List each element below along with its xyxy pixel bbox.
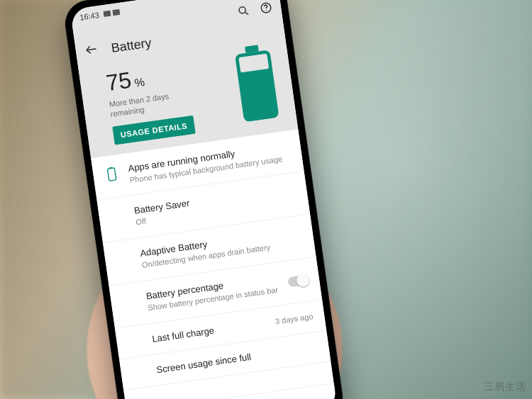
svg-line-1 [245,12,248,15]
nav-recent-icon[interactable] [280,396,293,399]
row-title: Last full charge [151,318,266,344]
status-chip-icon [103,11,111,17]
battery-outline-icon [104,166,120,182]
battery-percent-symbol: % [133,76,145,90]
battery-percent-value: 75 [104,67,133,97]
back-icon[interactable] [84,42,100,61]
watermark: 三易生活 [484,381,526,393]
svg-rect-9 [107,167,116,180]
status-chip-icon [112,9,120,16]
battery-icon [230,43,284,125]
row-trailing: 3 days ago [275,313,314,326]
svg-point-0 [239,6,246,13]
help-icon[interactable] [259,1,274,18]
phone-screen: 16:43 [70,0,338,399]
phone-frame: 16:43 [62,0,345,399]
search-icon[interactable] [236,4,251,21]
usage-details-button[interactable]: USAGE DETAILS [112,115,195,145]
photo-background: 三易生活 16:43 [0,0,532,399]
status-time: 16:43 [79,11,100,22]
battery-percentage-toggle[interactable] [287,274,310,287]
svg-point-3 [266,10,267,11]
battery-summary: 75 % More than 2 days remaining USAGE DE… [104,60,195,145]
status-icons [103,9,120,17]
settings-list: Apps are running normally Phone has typi… [91,129,331,390]
page-title: Battery [110,35,152,56]
